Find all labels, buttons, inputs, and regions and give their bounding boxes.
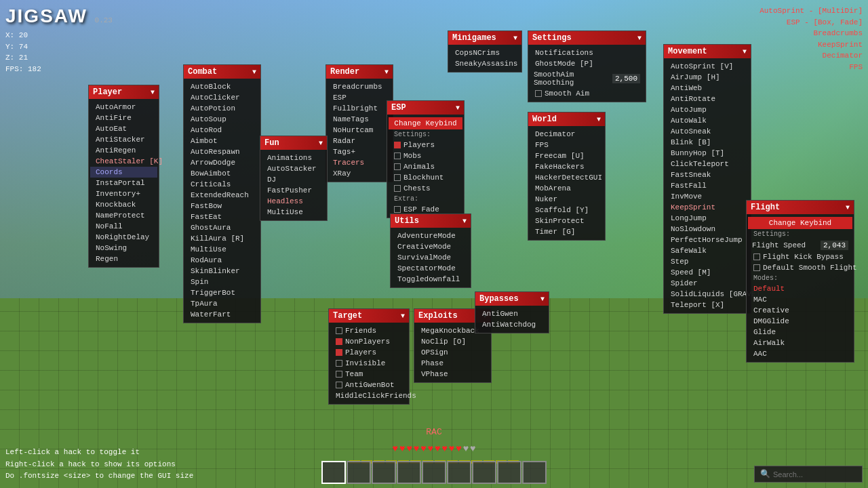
esp-panel-header[interactable]: ESP ▼ [387, 101, 464, 115]
list-item[interactable]: Regen [90, 253, 157, 264]
list-item[interactable]: Spin [185, 277, 259, 287]
player-panel-header[interactable]: Player ▼ [89, 85, 159, 99]
friends-checkbox[interactable] [336, 327, 342, 334]
list-item[interactable]: Blink [B] [665, 137, 749, 148]
list-item[interactable]: AntiStacker [90, 134, 157, 145]
espfade-checkbox[interactable] [394, 206, 401, 213]
list-item[interactable]: Mobs [389, 150, 462, 161]
list-item[interactable]: AntiRotate [665, 94, 749, 104]
list-item[interactable]: AutoPotion [185, 103, 259, 114]
list-item-keepsprint[interactable]: KeepSprint [665, 202, 749, 213]
movement-panel-header[interactable]: Movement ▼ [664, 45, 751, 58]
flightkick-checkbox[interactable] [753, 253, 760, 260]
esp-keybind-button[interactable]: Change Keybind [389, 117, 462, 129]
list-item[interactable]: FastBow [185, 201, 259, 211]
smoothaim-item[interactable]: Smooth Aim [530, 88, 644, 99]
blockhunt-checkbox[interactable] [394, 174, 401, 181]
mode-airwalk[interactable]: AirWalk [748, 338, 852, 348]
list-item[interactable]: ExtendedReach [185, 190, 259, 201]
list-item[interactable]: Toggledownfall [392, 274, 469, 285]
list-item[interactable]: AntiWeb [665, 83, 749, 94]
list-item[interactable]: BowAimbot [185, 168, 259, 179]
list-item[interactable]: HackerDetectGUI [530, 172, 604, 183]
list-item[interactable]: GhostAura [185, 222, 259, 233]
list-item[interactable]: NonPlayers [330, 336, 408, 347]
list-item[interactable]: Step [665, 256, 749, 267]
list-item[interactable]: FastSneak [665, 169, 749, 180]
ghostmode-item[interactable]: GhostMode [P] [530, 58, 644, 69]
list-item[interactable]: AutoRod [185, 125, 259, 136]
list-item[interactable]: FastFall [665, 180, 749, 191]
list-item[interactable]: SolidLiquids [GRAVE] [665, 289, 749, 300]
list-item[interactable]: FakeHackers [530, 161, 604, 172]
list-item[interactable]: Invisible [330, 358, 408, 369]
list-item[interactable]: NoFall [90, 221, 157, 232]
list-item[interactable]: Animals [389, 161, 462, 172]
list-item[interactable]: SurvivalMode [392, 252, 469, 263]
list-item[interactable]: NoRightDelay [90, 232, 157, 243]
list-item[interactable]: CopsNCrims [450, 47, 520, 58]
flight-keybind-button[interactable]: Change Keybind [748, 217, 852, 229]
list-item[interactable]: Team [330, 369, 408, 380]
list-item[interactable]: MultiUse [262, 207, 326, 218]
players-target-checkbox[interactable] [336, 349, 342, 356]
list-item[interactable]: Blockhunt [389, 172, 462, 183]
list-item[interactable]: AutoJump [665, 104, 749, 115]
list-item[interactable]: Nuker [530, 194, 604, 205]
players-checkbox[interactable] [394, 142, 401, 148]
list-item[interactable]: MobArena [530, 183, 604, 194]
list-item[interactable]: WaterFart [185, 309, 259, 320]
list-item[interactable]: BunnyHop [T] [665, 148, 749, 159]
list-item-headless[interactable]: Headless [262, 196, 326, 207]
list-item[interactable]: SafeWalk [665, 245, 749, 256]
list-item[interactable]: VPhase [416, 369, 490, 380]
utils-panel-header[interactable]: Utils ▼ [391, 214, 471, 228]
list-item[interactable]: AdventureMode [392, 230, 469, 241]
list-item[interactable]: Criticals [185, 179, 259, 190]
mobs-checkbox[interactable] [394, 152, 401, 159]
list-item[interactable]: ESP [328, 92, 391, 103]
list-item[interactable]: NoSwing [90, 243, 157, 253]
list-item[interactable]: Spider [665, 278, 749, 289]
list-item[interactable]: Breadcrumbs [328, 81, 391, 92]
list-item[interactable]: Animations [262, 152, 326, 163]
bypasses-panel-header[interactable]: Bypasses ▼ [475, 292, 549, 306]
list-item[interactable]: ArrowDodge [185, 157, 259, 168]
list-item[interactable]: AntiFire [90, 113, 157, 123]
list-item[interactable]: NameProtect [90, 210, 157, 221]
list-item[interactable]: Speed [M] [665, 267, 749, 278]
list-item[interactable]: InstaPortal [90, 178, 157, 188]
list-item[interactable]: OPSign [416, 347, 490, 358]
defaultsmooth-checkbox[interactable] [753, 264, 760, 271]
smoothaim-value[interactable]: 2,500 [612, 74, 640, 83]
chests-checkbox[interactable] [394, 185, 401, 192]
list-item[interactable]: RodAura [185, 255, 259, 266]
list-item[interactable]: MultiUse [185, 244, 259, 255]
list-item[interactable]: CreativeMode [392, 241, 469, 252]
list-item[interactable]: AntiWatchdog [477, 319, 547, 330]
combat-panel-header[interactable]: Combat ▼ [184, 65, 260, 79]
list-item[interactable]: Phase [416, 358, 490, 369]
list-item[interactable]: Flight Kick Bypass [748, 251, 852, 262]
list-item[interactable]: InvMove [665, 191, 749, 202]
list-item[interactable]: MiddleClickFriends [330, 390, 408, 401]
list-item[interactable]: SkinBlinker [185, 266, 259, 277]
nonplayers-checkbox[interactable] [336, 338, 342, 345]
world-panel-header[interactable]: World ▼ [528, 113, 605, 126]
list-item-coords[interactable]: Coords [90, 167, 157, 178]
notifications-item[interactable]: Notifications [530, 47, 644, 58]
list-item[interactable]: AntiGwenBot [330, 380, 408, 390]
list-item[interactable]: FastEat [185, 211, 259, 222]
list-item[interactable]: SneakyAssasins [450, 58, 520, 69]
list-item[interactable]: Fullbright [328, 103, 391, 114]
list-item[interactable]: Tags+ [328, 146, 391, 157]
list-item[interactable]: Players [389, 140, 462, 150]
list-item[interactable]: AutoSprint [V] [665, 61, 749, 72]
list-item[interactable]: Teleport [X] [665, 300, 749, 310]
list-item[interactable]: Radar [328, 136, 391, 146]
list-item[interactable]: TpAura [185, 298, 259, 309]
list-item-cheatstaler[interactable]: CheatStaler [K] [90, 156, 157, 167]
list-item[interactable]: AutoSneak [665, 126, 749, 137]
list-item[interactable]: NoSlowdown [665, 224, 749, 235]
list-item[interactable]: AutoWalk [665, 115, 749, 126]
